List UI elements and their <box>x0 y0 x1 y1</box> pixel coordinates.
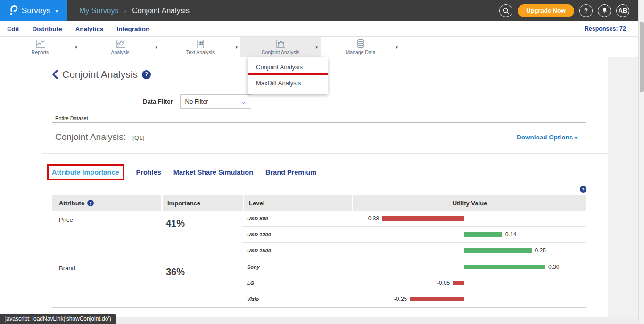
importance-value: 41% <box>161 211 242 259</box>
level-label: USD 1200 <box>242 232 351 237</box>
question-reference: [Q1] <box>132 134 145 141</box>
utility-value-label: 0.25 <box>535 247 546 254</box>
back-button[interactable] <box>52 70 58 79</box>
attribute-name: Price <box>52 211 161 259</box>
nav-distribute[interactable]: Distribute <box>33 25 62 32</box>
breadcrumb-current-page: Conjoint Analysis <box>132 7 190 15</box>
level-label: USD 1500 <box>242 248 351 253</box>
help-button[interactable]: ? <box>579 4 593 17</box>
breadcrumb: My Surveys › Conjoint Analysis <box>79 7 190 15</box>
zero-axis-line <box>464 291 464 307</box>
level-row: USD 1200 0.14 <box>242 227 586 243</box>
utility-bar-cell: 0.25 <box>351 243 586 259</box>
conjoint-dropdown-menu: Conjoint Analysis MaxDiff Analysis <box>248 57 328 94</box>
toolbar-text-analysis[interactable]: Text Analysis ▾ <box>160 37 240 57</box>
level-label: Sony <box>242 264 351 270</box>
utility-value-label: 0.14 <box>505 231 516 238</box>
trend-chart-icon <box>115 38 125 49</box>
col-importance: Importance <box>163 195 243 211</box>
breadcrumb-my-surveys[interactable]: My Surveys <box>79 7 119 15</box>
table-row-price: Price 41% USD 800 -0.38 USD 1200 <box>52 211 586 259</box>
utility-bar-cell: -0.38 <box>351 211 586 226</box>
tab-profiles[interactable]: Profiles <box>136 169 161 176</box>
tab-attribute-importance[interactable]: Attribute Importance <box>52 169 119 176</box>
utility-bar-cell: -0.05 <box>351 275 586 291</box>
document-icon <box>196 38 205 49</box>
divider <box>42 182 608 182</box>
avatar[interactable]: AB <box>616 4 629 17</box>
scatter-chart-icon <box>275 38 286 49</box>
level-label: LG <box>242 280 351 286</box>
utility-bar <box>464 248 532 253</box>
col-attribute: Attribute ? <box>52 195 161 211</box>
utility-bar <box>464 265 545 269</box>
nav-analytics[interactable]: Analytics <box>75 25 104 32</box>
tab-brand-premium[interactable]: Brand Premium <box>265 169 316 176</box>
utility-bar <box>382 216 464 221</box>
responses-count: Responses: 72 <box>585 25 626 32</box>
attribute-name: Brand <box>52 259 161 307</box>
chevron-down-icon[interactable]: ▾ <box>235 45 238 49</box>
surveys-menu-button[interactable]: Surveys ▼ <box>0 0 67 21</box>
analysis-tabs: Attribute Importance Profiles Market Sha… <box>47 164 608 181</box>
col-utility-value: Utility Value <box>353 195 586 211</box>
chevron-down-icon: ⌄ <box>241 98 246 105</box>
toolbar-label: Text Analysis <box>186 49 215 55</box>
attribute-help-icon[interactable]: ? <box>87 200 94 206</box>
vertical-scrollbar[interactable] <box>638 0 644 324</box>
nav-integration[interactable]: Integration <box>117 25 150 32</box>
page-help-icon[interactable]: ? <box>142 70 151 79</box>
zero-axis-line <box>464 275 464 291</box>
utility-bar <box>410 297 464 301</box>
toolbar-reports[interactable]: Reports ▾ <box>0 37 80 57</box>
survey-nav: Edit Distribute Analytics Integration Re… <box>0 21 638 37</box>
toolbar-label: Manage Data <box>346 49 375 55</box>
upgrade-now-button[interactable]: Upgrade Now <box>518 4 574 17</box>
top-header: Surveys ▼ My Surveys › Conjoint Analysis… <box>0 0 638 21</box>
app-window: Surveys ▼ My Surveys › Conjoint Analysis… <box>0 0 644 324</box>
importance-value: 36% <box>161 259 242 307</box>
breadcrumb-separator-icon: › <box>124 7 127 15</box>
database-icon <box>356 38 365 49</box>
level-row: USD 1500 0.25 <box>242 243 586 259</box>
table-help-icon[interactable]: ? <box>580 186 586 193</box>
toolbar-conjoint-analysis[interactable]: Conjoint Analysis ▾ <box>240 37 321 57</box>
nav-edit[interactable]: Edit <box>7 25 19 32</box>
section-header-row: Conjoint Analysis: [Q1] Download Options… <box>55 131 608 143</box>
level-row: USD 800 -0.38 <box>242 211 586 227</box>
dataset-input[interactable] <box>52 113 586 123</box>
main-content: Conjoint Analysis ? Data Filter No Filte… <box>0 57 608 324</box>
chevron-down-icon: ▾ <box>575 135 577 140</box>
level-label: USD 800 <box>242 216 351 221</box>
chevron-down-icon[interactable]: ▾ <box>315 45 318 49</box>
page-gutter <box>608 57 638 324</box>
toolbar-manage-data[interactable]: Manage Data ▾ <box>321 37 401 57</box>
data-filter-select[interactable]: No Filter ⌄ <box>180 94 251 109</box>
toolbar-label: Conjoint Analysis <box>262 49 299 55</box>
table-header: Attribute ? Importance Level Utility Val… <box>52 195 586 211</box>
menu-item-conjoint-analysis[interactable]: Conjoint Analysis <box>248 57 328 72</box>
link-status-tooltip: javascript: loadNavLink('showConjoint.do… <box>0 314 116 324</box>
data-filter-row: Data Filter No Filter ⌄ <box>143 94 608 109</box>
chevron-down-icon[interactable]: ▾ <box>75 45 77 49</box>
notifications-button[interactable] <box>598 4 611 17</box>
toolbar-label: Reports <box>32 49 49 55</box>
annotation-red-box: Attribute Importance <box>47 164 124 180</box>
chevron-down-icon[interactable]: ▾ <box>155 45 157 49</box>
utility-bar <box>464 232 502 237</box>
level-row: LG -0.05 <box>242 275 586 291</box>
utility-bar-cell: -0.25 <box>351 291 586 307</box>
chevron-left-icon <box>52 70 58 79</box>
tab-market-share-simulation[interactable]: Market Share Simulation <box>173 169 253 176</box>
level-row: Vizio -0.25 <box>242 291 586 307</box>
chevron-down-icon[interactable]: ▾ <box>396 45 398 49</box>
toolbar-analysis[interactable]: Analysis ▾ <box>80 37 160 57</box>
scrollbar-thumb[interactable] <box>640 22 644 92</box>
menu-item-maxdiff-analysis[interactable]: MaxDiff Analysis <box>248 76 328 90</box>
download-options-label: Download Options <box>517 134 573 141</box>
level-rows: USD 800 -0.38 USD 1200 0.14 <box>242 211 586 259</box>
search-button[interactable] <box>499 4 512 17</box>
table-help-row: ? <box>42 186 608 194</box>
download-options-button[interactable]: Download Options ▾ <box>517 134 577 141</box>
utility-bar <box>453 281 464 285</box>
